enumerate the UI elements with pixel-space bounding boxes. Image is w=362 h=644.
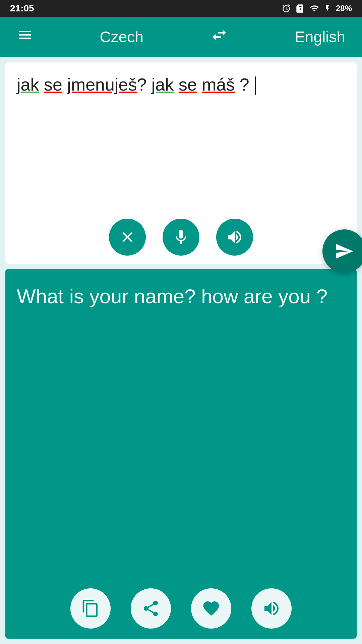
word-se2: se: [179, 75, 197, 94]
status-time: 21:05: [10, 3, 34, 14]
favorite-button[interactable]: [191, 588, 231, 629]
mic-button[interactable]: [163, 219, 199, 256]
text-cursor: [255, 76, 256, 95]
menu-button[interactable]: [17, 27, 33, 47]
output-section: What is your name? how are you ?: [5, 269, 357, 639]
word-mas: máš ?: [202, 75, 249, 94]
word-jak1: jak: [17, 75, 39, 94]
share-button[interactable]: [131, 588, 171, 629]
translate-button[interactable]: [322, 229, 362, 273]
translated-text: What is your name? how are you ?: [17, 282, 345, 311]
status-icons: 28%: [282, 4, 352, 13]
swap-languages-button[interactable]: [210, 26, 228, 48]
toolbar: Czech English: [0, 17, 362, 57]
charging-icon: [324, 4, 331, 13]
word-jmenujes: jmenuješ?: [67, 75, 146, 94]
status-bar: 21:05 28%: [0, 0, 362, 17]
alarm-icon: [282, 4, 291, 13]
sim-icon: [296, 4, 305, 13]
battery-percent: 28%: [336, 4, 352, 13]
signal-icon: [310, 4, 319, 13]
word-se1: se: [44, 75, 62, 94]
copy-button[interactable]: [70, 588, 111, 629]
target-language-selector[interactable]: English: [295, 28, 345, 46]
source-text-display[interactable]: jak se jmenuješ? jak se máš ?: [17, 72, 345, 209]
source-language-selector[interactable]: Czech: [100, 28, 143, 46]
word-jak2: jak: [152, 75, 174, 94]
output-controls: [17, 588, 345, 629]
clear-button[interactable]: [109, 219, 146, 256]
input-section: jak se jmenuješ? jak se máš ?: [5, 62, 357, 264]
speak-input-button[interactable]: [216, 219, 253, 256]
speak-output-button[interactable]: [251, 588, 292, 629]
input-controls: [17, 219, 345, 256]
main-content: jak se jmenuješ? jak se máš ?: [0, 57, 362, 644]
